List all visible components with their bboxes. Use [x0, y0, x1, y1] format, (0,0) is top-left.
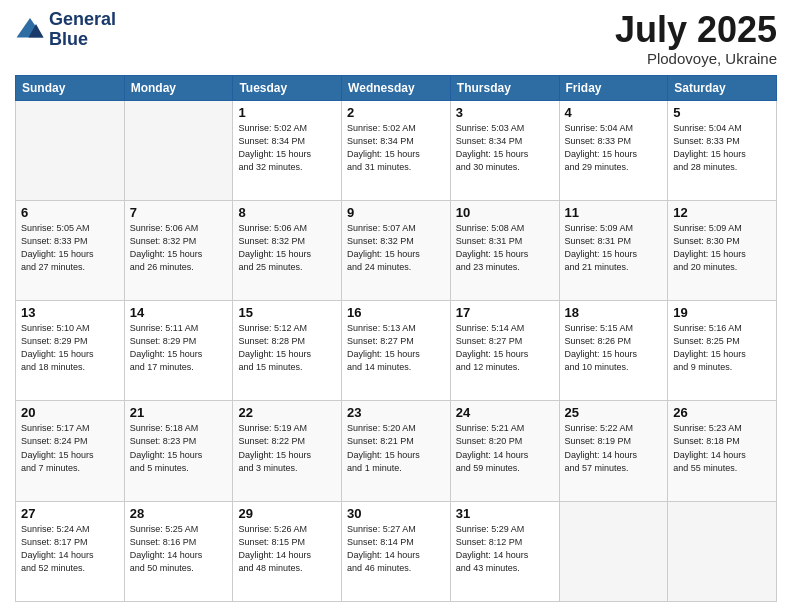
- day-number: 17: [456, 305, 554, 320]
- calendar-day-cell: 5Sunrise: 5:04 AM Sunset: 8:33 PM Daylig…: [668, 100, 777, 200]
- day-info: Sunrise: 5:16 AM Sunset: 8:25 PM Dayligh…: [673, 322, 771, 374]
- day-info: Sunrise: 5:27 AM Sunset: 8:14 PM Dayligh…: [347, 523, 445, 575]
- day-number: 9: [347, 205, 445, 220]
- day-number: 4: [565, 105, 663, 120]
- calendar-day-cell: 27Sunrise: 5:24 AM Sunset: 8:17 PM Dayli…: [16, 501, 125, 601]
- calendar-body: 1Sunrise: 5:02 AM Sunset: 8:34 PM Daylig…: [16, 100, 777, 601]
- day-number: 31: [456, 506, 554, 521]
- calendar-day-cell: 10Sunrise: 5:08 AM Sunset: 8:31 PM Dayli…: [450, 200, 559, 300]
- calendar-week-row: 6Sunrise: 5:05 AM Sunset: 8:33 PM Daylig…: [16, 200, 777, 300]
- day-info: Sunrise: 5:18 AM Sunset: 8:23 PM Dayligh…: [130, 422, 228, 474]
- day-info: Sunrise: 5:02 AM Sunset: 8:34 PM Dayligh…: [347, 122, 445, 174]
- calendar-table: SundayMondayTuesdayWednesdayThursdayFrid…: [15, 75, 777, 602]
- day-number: 26: [673, 405, 771, 420]
- calendar-day-cell: 31Sunrise: 5:29 AM Sunset: 8:12 PM Dayli…: [450, 501, 559, 601]
- day-info: Sunrise: 5:19 AM Sunset: 8:22 PM Dayligh…: [238, 422, 336, 474]
- day-number: 5: [673, 105, 771, 120]
- calendar-day-cell: 25Sunrise: 5:22 AM Sunset: 8:19 PM Dayli…: [559, 401, 668, 501]
- day-info: Sunrise: 5:06 AM Sunset: 8:32 PM Dayligh…: [238, 222, 336, 274]
- calendar-day-cell: 19Sunrise: 5:16 AM Sunset: 8:25 PM Dayli…: [668, 301, 777, 401]
- day-number: 13: [21, 305, 119, 320]
- day-info: Sunrise: 5:13 AM Sunset: 8:27 PM Dayligh…: [347, 322, 445, 374]
- day-number: 21: [130, 405, 228, 420]
- calendar-week-row: 20Sunrise: 5:17 AM Sunset: 8:24 PM Dayli…: [16, 401, 777, 501]
- calendar-day-cell: [16, 100, 125, 200]
- day-number: 3: [456, 105, 554, 120]
- calendar-day-cell: [668, 501, 777, 601]
- calendar-day-cell: 16Sunrise: 5:13 AM Sunset: 8:27 PM Dayli…: [342, 301, 451, 401]
- day-info: Sunrise: 5:02 AM Sunset: 8:34 PM Dayligh…: [238, 122, 336, 174]
- calendar-day-cell: 15Sunrise: 5:12 AM Sunset: 8:28 PM Dayli…: [233, 301, 342, 401]
- day-number: 19: [673, 305, 771, 320]
- month-title: July 2025: [615, 10, 777, 50]
- calendar-day-cell: 23Sunrise: 5:20 AM Sunset: 8:21 PM Dayli…: [342, 401, 451, 501]
- day-number: 30: [347, 506, 445, 521]
- day-info: Sunrise: 5:10 AM Sunset: 8:29 PM Dayligh…: [21, 322, 119, 374]
- weekday-header-cell: Tuesday: [233, 75, 342, 100]
- day-info: Sunrise: 5:08 AM Sunset: 8:31 PM Dayligh…: [456, 222, 554, 274]
- calendar-day-cell: 6Sunrise: 5:05 AM Sunset: 8:33 PM Daylig…: [16, 200, 125, 300]
- day-number: 7: [130, 205, 228, 220]
- day-info: Sunrise: 5:17 AM Sunset: 8:24 PM Dayligh…: [21, 422, 119, 474]
- logo-text: General Blue: [49, 10, 116, 50]
- weekday-header-cell: Sunday: [16, 75, 125, 100]
- day-number: 16: [347, 305, 445, 320]
- calendar-day-cell: 29Sunrise: 5:26 AM Sunset: 8:15 PM Dayli…: [233, 501, 342, 601]
- day-info: Sunrise: 5:15 AM Sunset: 8:26 PM Dayligh…: [565, 322, 663, 374]
- day-number: 29: [238, 506, 336, 521]
- calendar-day-cell: [124, 100, 233, 200]
- calendar-day-cell: 21Sunrise: 5:18 AM Sunset: 8:23 PM Dayli…: [124, 401, 233, 501]
- calendar-day-cell: 14Sunrise: 5:11 AM Sunset: 8:29 PM Dayli…: [124, 301, 233, 401]
- day-number: 22: [238, 405, 336, 420]
- day-number: 27: [21, 506, 119, 521]
- day-number: 6: [21, 205, 119, 220]
- day-info: Sunrise: 5:03 AM Sunset: 8:34 PM Dayligh…: [456, 122, 554, 174]
- day-info: Sunrise: 5:06 AM Sunset: 8:32 PM Dayligh…: [130, 222, 228, 274]
- day-info: Sunrise: 5:05 AM Sunset: 8:33 PM Dayligh…: [21, 222, 119, 274]
- day-info: Sunrise: 5:20 AM Sunset: 8:21 PM Dayligh…: [347, 422, 445, 474]
- day-number: 8: [238, 205, 336, 220]
- calendar-day-cell: 3Sunrise: 5:03 AM Sunset: 8:34 PM Daylig…: [450, 100, 559, 200]
- day-number: 10: [456, 205, 554, 220]
- calendar-day-cell: 26Sunrise: 5:23 AM Sunset: 8:18 PM Dayli…: [668, 401, 777, 501]
- calendar-day-cell: [559, 501, 668, 601]
- day-number: 20: [21, 405, 119, 420]
- calendar-day-cell: 30Sunrise: 5:27 AM Sunset: 8:14 PM Dayli…: [342, 501, 451, 601]
- calendar-day-cell: 4Sunrise: 5:04 AM Sunset: 8:33 PM Daylig…: [559, 100, 668, 200]
- calendar-day-cell: 2Sunrise: 5:02 AM Sunset: 8:34 PM Daylig…: [342, 100, 451, 200]
- day-number: 15: [238, 305, 336, 320]
- day-info: Sunrise: 5:26 AM Sunset: 8:15 PM Dayligh…: [238, 523, 336, 575]
- weekday-header-cell: Friday: [559, 75, 668, 100]
- calendar-day-cell: 7Sunrise: 5:06 AM Sunset: 8:32 PM Daylig…: [124, 200, 233, 300]
- day-number: 11: [565, 205, 663, 220]
- location-title: Plodovoye, Ukraine: [615, 50, 777, 67]
- weekday-header-cell: Wednesday: [342, 75, 451, 100]
- calendar-week-row: 1Sunrise: 5:02 AM Sunset: 8:34 PM Daylig…: [16, 100, 777, 200]
- logo-icon: [15, 15, 45, 45]
- calendar-day-cell: 11Sunrise: 5:09 AM Sunset: 8:31 PM Dayli…: [559, 200, 668, 300]
- weekday-header-cell: Monday: [124, 75, 233, 100]
- day-info: Sunrise: 5:09 AM Sunset: 8:31 PM Dayligh…: [565, 222, 663, 274]
- day-info: Sunrise: 5:11 AM Sunset: 8:29 PM Dayligh…: [130, 322, 228, 374]
- calendar-day-cell: 17Sunrise: 5:14 AM Sunset: 8:27 PM Dayli…: [450, 301, 559, 401]
- calendar-week-row: 13Sunrise: 5:10 AM Sunset: 8:29 PM Dayli…: [16, 301, 777, 401]
- calendar-day-cell: 20Sunrise: 5:17 AM Sunset: 8:24 PM Dayli…: [16, 401, 125, 501]
- day-number: 24: [456, 405, 554, 420]
- title-block: July 2025 Plodovoye, Ukraine: [615, 10, 777, 67]
- calendar-day-cell: 1Sunrise: 5:02 AM Sunset: 8:34 PM Daylig…: [233, 100, 342, 200]
- day-info: Sunrise: 5:07 AM Sunset: 8:32 PM Dayligh…: [347, 222, 445, 274]
- day-info: Sunrise: 5:12 AM Sunset: 8:28 PM Dayligh…: [238, 322, 336, 374]
- day-number: 28: [130, 506, 228, 521]
- day-number: 2: [347, 105, 445, 120]
- calendar-day-cell: 9Sunrise: 5:07 AM Sunset: 8:32 PM Daylig…: [342, 200, 451, 300]
- day-info: Sunrise: 5:04 AM Sunset: 8:33 PM Dayligh…: [565, 122, 663, 174]
- weekday-header-cell: Saturday: [668, 75, 777, 100]
- day-info: Sunrise: 5:09 AM Sunset: 8:30 PM Dayligh…: [673, 222, 771, 274]
- header: General Blue July 2025 Plodovoye, Ukrain…: [15, 10, 777, 67]
- page: General Blue July 2025 Plodovoye, Ukrain…: [0, 0, 792, 612]
- day-info: Sunrise: 5:25 AM Sunset: 8:16 PM Dayligh…: [130, 523, 228, 575]
- day-info: Sunrise: 5:24 AM Sunset: 8:17 PM Dayligh…: [21, 523, 119, 575]
- day-info: Sunrise: 5:22 AM Sunset: 8:19 PM Dayligh…: [565, 422, 663, 474]
- day-number: 23: [347, 405, 445, 420]
- calendar-day-cell: 18Sunrise: 5:15 AM Sunset: 8:26 PM Dayli…: [559, 301, 668, 401]
